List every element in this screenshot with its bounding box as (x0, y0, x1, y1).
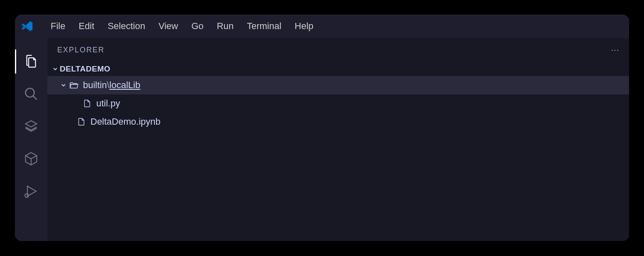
menu-terminal[interactable]: Terminal (240, 17, 288, 35)
menu-selection[interactable]: Selection (101, 17, 152, 35)
tree-file-util[interactable]: util.py (47, 94, 629, 113)
folder-path-prefix: builtin (83, 80, 107, 90)
sidebar-title: EXPLORER (57, 46, 105, 54)
main-area: EXPLORER ⋯ DELTADEMO (15, 38, 629, 241)
tree-file-label: util.py (96, 98, 120, 109)
svg-point-0 (26, 89, 34, 97)
chevron-down-icon (59, 82, 68, 89)
svg-marker-2 (26, 121, 37, 127)
package-icon (24, 151, 39, 166)
file-tree: builtin\localLib util.py (47, 76, 629, 241)
file-icon (76, 117, 87, 126)
explorer-sidebar: EXPLORER ⋯ DELTADEMO (47, 38, 629, 241)
workspace-folder-header[interactable]: DELTADEMO (47, 62, 629, 76)
activity-source-control[interactable] (15, 110, 47, 143)
chevron-down-icon (51, 66, 60, 72)
vscode-window: File Edit Selection View Go Run Terminal… (15, 15, 629, 241)
menubar: File Edit Selection View Go Run Terminal… (15, 15, 629, 38)
file-icon (81, 99, 93, 108)
layers-icon (24, 119, 39, 134)
play-debug-icon (24, 184, 39, 199)
svg-line-1 (33, 96, 37, 100)
tree-folder-localLib[interactable]: builtin\localLib (47, 76, 629, 94)
menu-edit[interactable]: Edit (72, 17, 101, 35)
folder-open-icon (68, 80, 80, 90)
activity-explorer[interactable] (15, 45, 47, 78)
activity-extensions[interactable] (15, 143, 47, 175)
tree-file-label: DeltaDemo.ipynb (90, 116, 161, 127)
activity-search[interactable] (15, 78, 47, 110)
sidebar-more-actions[interactable]: ⋯ (611, 45, 619, 55)
vscode-logo-icon (22, 20, 34, 32)
activity-bar (15, 38, 47, 241)
menu-file[interactable]: File (44, 17, 72, 35)
search-icon (24, 86, 39, 101)
sidebar-header: EXPLORER ⋯ (47, 38, 629, 62)
tree-file-deltademo[interactable]: DeltaDemo.ipynb (47, 113, 629, 131)
menu-view[interactable]: View (152, 17, 185, 35)
menu-run[interactable]: Run (210, 17, 240, 35)
files-icon (24, 54, 39, 69)
workspace-folder-name: DELTADEMO (60, 64, 110, 74)
menu-help[interactable]: Help (288, 17, 320, 35)
tree-folder-label: builtin\localLib (83, 80, 140, 91)
menu-go[interactable]: Go (185, 17, 210, 35)
activity-run-debug[interactable] (15, 175, 47, 207)
folder-path-suffix: localLib (110, 80, 141, 90)
